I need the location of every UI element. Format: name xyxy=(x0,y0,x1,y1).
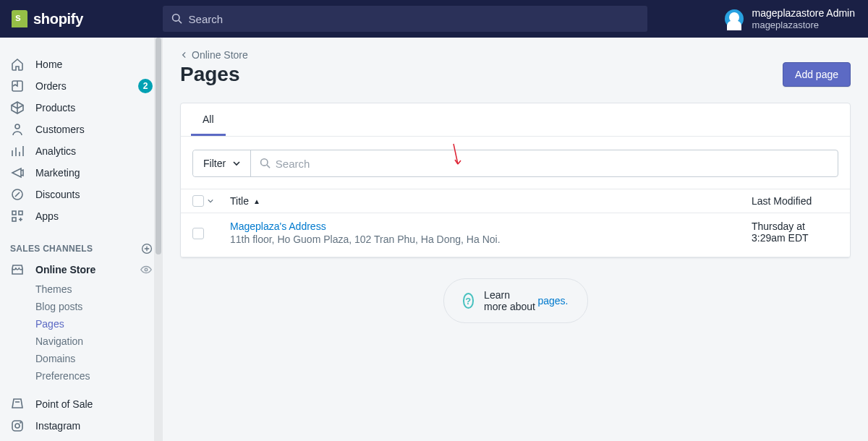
svg-point-11 xyxy=(15,424,20,428)
chevron-left-icon xyxy=(180,51,189,59)
subnav-blog[interactable]: Blog posts xyxy=(35,298,163,315)
products-icon xyxy=(10,100,25,115)
svg-line-1 xyxy=(179,20,182,23)
subnav-preferences[interactable]: Preferences xyxy=(35,367,163,385)
orders-icon xyxy=(10,79,25,93)
svg-rect-5 xyxy=(12,211,16,215)
analytics-icon xyxy=(10,144,25,158)
select-all-checkbox[interactable] xyxy=(192,195,204,207)
subnav-themes[interactable]: Themes xyxy=(35,281,163,298)
user-menu[interactable]: mageplazastore Admin mageplazastore xyxy=(696,0,868,38)
sales-channels-heading: SALES CHANNELS xyxy=(0,234,163,259)
svg-point-0 xyxy=(173,14,179,21)
filter-search[interactable] xyxy=(251,150,838,176)
scrollbar[interactable] xyxy=(154,38,163,441)
marketing-icon xyxy=(10,166,25,180)
home-icon xyxy=(10,57,25,72)
tab-all[interactable]: All xyxy=(191,103,226,136)
discounts-icon xyxy=(10,187,25,202)
sort-asc-icon: ▲ xyxy=(253,197,260,205)
nav-label: Apps xyxy=(35,210,59,222)
nav-discounts[interactable]: Discounts xyxy=(0,184,163,205)
nav-online-store[interactable]: Online Store xyxy=(0,259,163,281)
nav-label: Home xyxy=(35,59,62,70)
learn-more-link[interactable]: pages. xyxy=(537,295,568,307)
main-content: Online Store Pages Add page All Filter xyxy=(163,38,868,441)
svg-point-9 xyxy=(145,268,148,271)
nav-label: Customers xyxy=(35,124,85,135)
svg-point-3 xyxy=(15,124,20,129)
svg-line-14 xyxy=(267,165,270,168)
nav-label: Analytics xyxy=(35,145,76,157)
row-checkbox[interactable] xyxy=(192,228,204,239)
nav-customers[interactable]: Customers xyxy=(0,119,163,140)
nav-label: Discounts xyxy=(35,189,80,200)
nav-label: Online Store xyxy=(35,264,95,275)
logo[interactable]: shopify xyxy=(0,10,163,27)
nav-products[interactable]: Products xyxy=(0,97,163,119)
filter-search-input[interactable] xyxy=(271,158,829,170)
page-link[interactable]: Mageplaza's Address xyxy=(230,220,752,232)
nav-instagram[interactable]: Instagram xyxy=(0,415,163,437)
search-icon xyxy=(260,158,271,169)
pos-icon xyxy=(10,397,25,411)
store-icon xyxy=(10,262,25,277)
learn-more-pill: ? Learn more about pages. xyxy=(443,278,588,323)
user-store: mageplazastore xyxy=(752,20,855,31)
svg-point-13 xyxy=(261,159,268,166)
nav-label: Marketing xyxy=(35,167,80,179)
page-title: Pages xyxy=(180,63,240,86)
page-excerpt: 11th floor, Ho Guom Plaza, 102 Tran Phu,… xyxy=(230,234,752,245)
row-modified: Thursday at 3:29am EDT xyxy=(752,220,838,245)
svg-rect-7 xyxy=(12,218,16,221)
table-row: Mageplaza's Address 11th floor, Ho Guom … xyxy=(181,213,850,257)
global-search-input[interactable] xyxy=(183,13,639,25)
nav-label: Products xyxy=(35,102,75,114)
nav-apps[interactable]: Apps xyxy=(0,205,163,227)
help-icon: ? xyxy=(463,293,475,309)
brand-name: shopify xyxy=(33,11,83,27)
filter-group: Filter xyxy=(192,150,838,177)
th-modified[interactable]: Last Modified xyxy=(752,195,838,207)
avatar xyxy=(725,9,744,28)
apps-icon xyxy=(10,209,25,223)
th-title[interactable]: Title ▲ xyxy=(230,195,752,207)
customers-icon xyxy=(10,122,25,137)
global-search[interactable] xyxy=(163,6,647,32)
select-all-dropdown[interactable] xyxy=(207,197,214,205)
shopify-bag-icon xyxy=(12,10,27,27)
user-name: mageplazastore Admin xyxy=(752,7,855,20)
nav-label: Instagram xyxy=(35,420,80,432)
nav-orders[interactable]: Orders 2 xyxy=(0,75,163,97)
nav-analytics[interactable]: Analytics xyxy=(0,140,163,162)
orders-badge: 2 xyxy=(138,79,153,93)
nav-home[interactable]: Home xyxy=(0,53,163,75)
subnav-pages[interactable]: Pages xyxy=(35,315,163,333)
subnav-domains[interactable]: Domains xyxy=(35,350,163,367)
nav-label: Orders xyxy=(35,80,67,92)
pages-card: All Filter xyxy=(180,103,851,258)
sidebar: Home Orders 2 Products Customers Analyti… xyxy=(0,38,163,441)
table-header: Title ▲ Last Modified xyxy=(181,189,850,213)
nav-label: Point of Sale xyxy=(35,398,93,410)
breadcrumb[interactable]: Online Store xyxy=(180,49,851,61)
add-channel-icon[interactable] xyxy=(141,243,153,254)
filter-button[interactable]: Filter xyxy=(193,150,251,176)
nav-pos[interactable]: Point of Sale xyxy=(0,393,163,415)
nav-marketing[interactable]: Marketing xyxy=(0,162,163,184)
subnav-navigation[interactable]: Navigation xyxy=(35,333,163,350)
instagram-icon xyxy=(10,419,25,433)
add-page-button[interactable]: Add page xyxy=(783,62,851,87)
view-store-icon[interactable] xyxy=(140,263,153,276)
svg-point-12 xyxy=(20,422,21,423)
svg-rect-6 xyxy=(19,211,22,215)
search-icon xyxy=(171,13,183,25)
caret-down-icon xyxy=(233,160,240,167)
